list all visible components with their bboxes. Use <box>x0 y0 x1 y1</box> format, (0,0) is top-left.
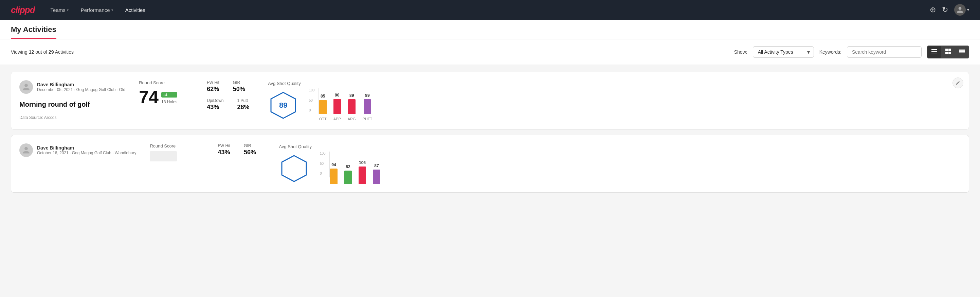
nav-performance[interactable]: Performance ▾ <box>76 5 118 16</box>
fw-hit-value-2: 43% <box>218 149 230 156</box>
user-menu[interactable]: ▾ <box>954 4 969 16</box>
y-0: 0 <box>309 109 315 112</box>
user-info-2: Dave Billingham October 16, 2021 · Gog M… <box>37 145 136 155</box>
bar-arg-value: 89 <box>349 93 354 98</box>
svg-rect-5 <box>945 52 948 54</box>
user-name: Dave Billingham <box>37 82 125 87</box>
bar-app-2: 82 <box>344 171 352 184</box>
bar-arg-label: ARG <box>348 117 356 121</box>
bar-app-value: 90 <box>335 93 339 97</box>
bar-arg-2: 106 <box>359 166 366 184</box>
fw-hit-value: 62% <box>207 86 220 93</box>
bar-arg-wrap: 89 <box>348 90 356 114</box>
bar-ott-2: 94 <box>330 169 337 184</box>
activity-type-select[interactable]: All Activity Types <box>753 46 814 58</box>
bar-ott-value-2: 94 <box>331 163 336 167</box>
chart-col-arg-2: 106 <box>359 160 366 184</box>
user-name-2: Dave Billingham <box>37 145 136 150</box>
app-logo[interactable]: clippd <box>11 5 35 15</box>
shot-quality-section-2: Avg Shot Quality 100 50 0 <box>279 144 961 184</box>
user-date: December 05, 2021 · Gog Magog Golf Club … <box>37 87 125 92</box>
updown-stat: Up/Down 43% <box>207 98 223 111</box>
round-score-label: Round Score <box>139 80 193 85</box>
viewing-text: Viewing 12 out of 29 Activities <box>11 49 729 55</box>
bar-app: 90 <box>334 99 341 114</box>
gir-value-2: 56% <box>244 149 256 156</box>
bar-app-label: APP <box>334 117 341 121</box>
card-left: Dave Billingham December 05, 2021 · Gog … <box>19 80 125 120</box>
svg-rect-9 <box>959 51 965 52</box>
bar-chart: 85 OTT 90 APP <box>319 80 372 121</box>
user-date-2: October 16, 2021 · Gog Magog Golf Club ·… <box>37 150 136 155</box>
round-score-section-2: Round Score <box>150 144 204 161</box>
chart-col-putt-2: 87 <box>373 160 380 184</box>
svg-rect-11 <box>959 54 965 54</box>
bar-putt-value: 89 <box>365 93 369 98</box>
stats-row-bottom: Up/Down 43% 1 Putt 28% <box>207 98 255 111</box>
score-value: 74 <box>139 88 159 106</box>
user-chevron-icon: ▾ <box>967 8 969 12</box>
y-100-2: 100 <box>320 152 326 155</box>
svg-rect-0 <box>931 49 937 50</box>
y-50-2: 50 <box>320 162 326 166</box>
chart-wrapper-2: 100 50 0 94 <box>320 144 380 184</box>
add-button[interactable]: ⊕ <box>930 5 936 14</box>
round-score-section: Round Score 74 +4 18 Holes <box>139 80 193 106</box>
bar-ott-value: 85 <box>321 94 325 99</box>
shot-quality-hex-wrapper-2: Avg Shot Quality <box>279 144 312 184</box>
bar-ott-wrap-2: 94 <box>330 160 337 184</box>
score-badge: +4 <box>161 92 177 97</box>
avg-shot-quality-label-2: Avg Shot Quality <box>279 144 312 149</box>
keywords-label: Keywords: <box>819 49 842 55</box>
bar-putt-label: PUTT <box>363 117 372 121</box>
activity-card-2: Dave Billingham October 16, 2021 · Gog M… <box>11 135 969 193</box>
updown-value: 43% <box>207 104 223 111</box>
svg-marker-13 <box>282 156 306 182</box>
stats-section-2: FW Hit 43% GIR 56% <box>218 144 265 156</box>
avatar <box>19 80 33 94</box>
nav-links: Teams ▾ Performance ▾ Activities <box>46 5 919 16</box>
y-axis-2: 100 50 0 <box>320 152 326 176</box>
gir-value: 50% <box>233 86 245 93</box>
search-input[interactable] <box>847 46 921 58</box>
nav-activities[interactable]: Activities <box>121 5 150 16</box>
shot-quality-section: Avg Shot Quality 89 100 50 0 <box>268 80 961 121</box>
card-left-2: Dave Billingham October 16, 2021 · Gog M… <box>19 144 136 160</box>
filter-bar: Viewing 12 out of 29 Activities Show: Al… <box>0 40 980 65</box>
hexagon-container: 89 <box>268 90 299 121</box>
bar-ott-label: OTT <box>319 117 327 121</box>
fw-hit-stat: FW Hit 62% <box>207 80 220 93</box>
chart-col-ott-2: 94 <box>330 160 337 184</box>
y-0-2: 0 <box>320 172 326 176</box>
bar-ott-wrap: 85 <box>319 90 327 114</box>
bar-ott: 85 <box>319 100 327 114</box>
svg-rect-7 <box>959 49 965 50</box>
chart-wrapper: 100 50 0 85 OTT <box>309 80 372 121</box>
svg-rect-1 <box>931 51 937 52</box>
chart-col-ott: 85 OTT <box>319 90 327 121</box>
hexagon-container-2 <box>279 153 309 184</box>
hex-number: 89 <box>279 101 287 110</box>
shot-quality-hex-wrapper: Avg Shot Quality 89 <box>268 81 301 121</box>
refresh-button[interactable]: ↻ <box>942 5 948 14</box>
y-50: 50 <box>309 99 315 102</box>
gir-stat-2: GIR 56% <box>244 144 256 156</box>
gir-label: GIR <box>233 80 245 85</box>
view-grid-button[interactable] <box>941 46 955 58</box>
bar-putt-value-2: 87 <box>374 163 379 168</box>
chart-col-arg: 89 ARG <box>348 90 356 121</box>
view-list-button[interactable] <box>928 46 941 58</box>
viewing-total: 29 <box>49 49 54 55</box>
performance-chevron-icon: ▾ <box>111 8 113 12</box>
updown-label: Up/Down <box>207 98 223 103</box>
score-placeholder <box>150 151 177 161</box>
page-title: My Activities <box>11 25 56 39</box>
nav-teams[interactable]: Teams ▾ <box>46 5 73 16</box>
chart-y-line <box>318 88 319 114</box>
view-compact-button[interactable] <box>955 46 969 58</box>
stats-row-top-2: FW Hit 43% GIR 56% <box>218 144 265 156</box>
bar-app-wrap-2: 82 <box>344 160 352 184</box>
gir-stat: GIR 50% <box>233 80 245 93</box>
edit-button[interactable] <box>953 77 963 88</box>
stats-row-top: FW Hit 62% GIR 50% <box>207 80 255 93</box>
